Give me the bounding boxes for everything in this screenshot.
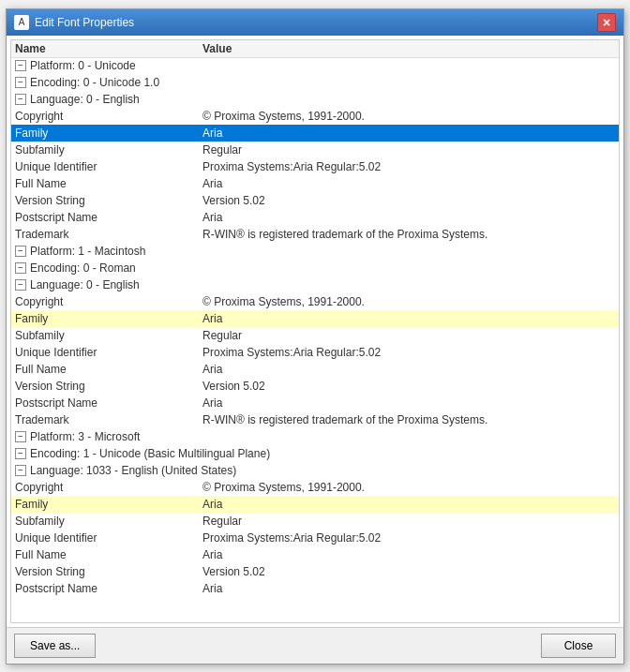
prop-value: Aria bbox=[199, 310, 619, 327]
table-row[interactable]: Full Name Aria bbox=[11, 361, 619, 378]
expand-icon[interactable]: − bbox=[15, 246, 26, 257]
tree-scroll-area[interactable]: Name Value − Platform: 0 - Unicode bbox=[10, 39, 620, 623]
title-bar-left: A Edit Font Properties bbox=[14, 15, 134, 30]
prop-value: R-WIN® is registered trademark of the Pr… bbox=[199, 411, 619, 428]
list-item[interactable]: − Platform: 0 - Unicode bbox=[11, 57, 619, 74]
prop-name: Trademark bbox=[11, 411, 199, 428]
section-enc3[interactable]: − Encoding: 1 - Unicode (Basic Multiling… bbox=[11, 445, 619, 462]
prop-name: Trademark bbox=[11, 226, 199, 243]
section-lang0[interactable]: − Language: 0 - English bbox=[11, 91, 619, 108]
table-row[interactable]: Copyright © Proxima Systems, 1991-2000. bbox=[11, 479, 619, 496]
close-button[interactable]: Close bbox=[541, 634, 616, 658]
window-icon: A bbox=[14, 15, 29, 30]
table-row[interactable]: Trademark R-WIN® is registered trademark… bbox=[11, 411, 619, 428]
prop-name: Unique Identifier bbox=[11, 344, 199, 361]
list-item[interactable]: − Encoding: 1 - Unicode (Basic Multiling… bbox=[11, 445, 619, 462]
prop-name: Version String bbox=[11, 563, 199, 580]
list-item[interactable]: − Encoding: 0 - Roman bbox=[11, 260, 619, 276]
list-item[interactable]: − Platform: 1 - Macintosh bbox=[11, 243, 619, 260]
table-row[interactable]: Unique Identifier Proxima Systems:Aria R… bbox=[11, 530, 619, 546]
prop-value: Version 5.02 bbox=[199, 378, 619, 395]
prop-value: Proxima Systems:Aria Regular:5.02 bbox=[199, 158, 619, 175]
bottom-bar: Save as... Close bbox=[7, 627, 623, 664]
list-item[interactable]: − Language: 0 - English bbox=[11, 91, 619, 108]
list-item[interactable]: − Platform: 3 - Microsoft bbox=[11, 428, 619, 445]
content-area: Name Value − Platform: 0 - Unicode bbox=[7, 36, 623, 627]
expand-icon[interactable]: − bbox=[15, 60, 26, 71]
main-window: A Edit Font Properties × Name Value bbox=[6, 8, 624, 665]
prop-name: Full Name bbox=[11, 361, 199, 378]
prop-value: Regular bbox=[199, 327, 619, 344]
prop-value: Aria bbox=[199, 361, 619, 378]
prop-value: R-WIN® is registered trademark of the Pr… bbox=[199, 226, 619, 243]
prop-name: Full Name bbox=[11, 546, 199, 563]
prop-value: Regular bbox=[199, 142, 619, 158]
title-bar: A Edit Font Properties × bbox=[7, 9, 623, 36]
table-row[interactable]: Family Aria bbox=[11, 310, 619, 327]
list-item[interactable]: − Encoding: 0 - Unicode 1.0 bbox=[11, 74, 619, 91]
list-item[interactable]: − Language: 1033 - English (United State… bbox=[11, 462, 619, 479]
prop-name: Copyright bbox=[11, 108, 199, 125]
expand-icon[interactable]: − bbox=[15, 448, 26, 459]
table-row[interactable]: Postscript Name Aria bbox=[11, 580, 619, 597]
table-row[interactable]: Version String Version 5.02 bbox=[11, 563, 619, 580]
expand-icon[interactable]: − bbox=[15, 279, 26, 291]
prop-value: Version 5.02 bbox=[199, 563, 619, 580]
prop-name: Family bbox=[11, 496, 199, 513]
section-platform1[interactable]: − Platform: 1 - Macintosh bbox=[11, 243, 619, 260]
prop-name: Copyright bbox=[11, 479, 199, 496]
prop-name: Subfamily bbox=[11, 142, 199, 158]
table-row[interactable]: Subfamily Regular bbox=[11, 513, 619, 530]
expand-icon[interactable]: − bbox=[15, 262, 26, 274]
table-row[interactable]: Full Name Aria bbox=[11, 175, 619, 192]
save-as-button[interactable]: Save as... bbox=[14, 634, 96, 658]
section-lang3[interactable]: − Language: 1033 - English (United State… bbox=[11, 462, 619, 479]
table-row[interactable]: Family Aria bbox=[11, 125, 619, 142]
prop-name: Postscript Name bbox=[11, 209, 199, 226]
prop-value: © Proxima Systems, 1991-2000. bbox=[199, 479, 619, 496]
table-row[interactable]: Copyright © Proxima Systems, 1991-2000. bbox=[11, 293, 619, 310]
table-row[interactable]: Version String Version 5.02 bbox=[11, 192, 619, 209]
table-row[interactable]: Unique Identifier Proxima Systems:Aria R… bbox=[11, 344, 619, 361]
section-enc0[interactable]: − Encoding: 0 - Unicode 1.0 bbox=[11, 74, 619, 91]
properties-table: Name Value − Platform: 0 - Unicode bbox=[11, 40, 619, 598]
prop-name: Family bbox=[11, 125, 199, 142]
table-row[interactable]: Subfamily Regular bbox=[11, 142, 619, 158]
prop-name: Full Name bbox=[11, 175, 199, 192]
prop-name: Postscript Name bbox=[11, 395, 199, 411]
window-close-button[interactable]: × bbox=[597, 13, 616, 32]
table-row[interactable]: Version String Version 5.02 bbox=[11, 378, 619, 395]
section-platform0[interactable]: − Platform: 0 - Unicode bbox=[11, 57, 619, 74]
section-platform3[interactable]: − Platform: 3 - Microsoft bbox=[11, 428, 619, 445]
prop-value: Regular bbox=[199, 513, 619, 530]
prop-value: Aria bbox=[199, 580, 619, 597]
table-row[interactable]: Subfamily Regular bbox=[11, 327, 619, 344]
section-enc1[interactable]: − Encoding: 0 - Roman bbox=[11, 260, 619, 276]
prop-name: Family bbox=[11, 310, 199, 327]
table-row[interactable]: Full Name Aria bbox=[11, 546, 619, 563]
table-row[interactable]: Trademark R-WIN® is registered trademark… bbox=[11, 226, 619, 243]
table-row[interactable]: Copyright © Proxima Systems, 1991-2000. bbox=[11, 108, 619, 125]
table-row[interactable]: Unique Identifier Proxima Systems:Aria R… bbox=[11, 158, 619, 175]
window-title: Edit Font Properties bbox=[35, 16, 134, 29]
list-item[interactable]: − Language: 0 - English bbox=[11, 276, 619, 293]
prop-name: Subfamily bbox=[11, 513, 199, 530]
prop-value: © Proxima Systems, 1991-2000. bbox=[199, 293, 619, 310]
prop-name: Unique Identifier bbox=[11, 158, 199, 175]
prop-name: Version String bbox=[11, 192, 199, 209]
col-header-value: Value bbox=[199, 40, 619, 58]
prop-value: Version 5.02 bbox=[199, 192, 619, 209]
section-lang1[interactable]: − Language: 0 - English bbox=[11, 276, 619, 293]
table-row[interactable]: Postscript Name Aria bbox=[11, 209, 619, 226]
col-header-name: Name bbox=[11, 40, 199, 58]
expand-icon[interactable]: − bbox=[15, 94, 26, 105]
table-row[interactable]: Postscript Name Aria bbox=[11, 395, 619, 411]
prop-name: Subfamily bbox=[11, 327, 199, 344]
expand-icon[interactable]: − bbox=[15, 77, 26, 88]
prop-value: Aria bbox=[199, 175, 619, 192]
expand-icon[interactable]: − bbox=[15, 431, 26, 442]
prop-value: Proxima Systems:Aria Regular:5.02 bbox=[199, 344, 619, 361]
table-row[interactable]: Family Aria bbox=[11, 496, 619, 513]
expand-icon[interactable]: − bbox=[15, 465, 26, 476]
prop-name: Copyright bbox=[11, 293, 199, 310]
